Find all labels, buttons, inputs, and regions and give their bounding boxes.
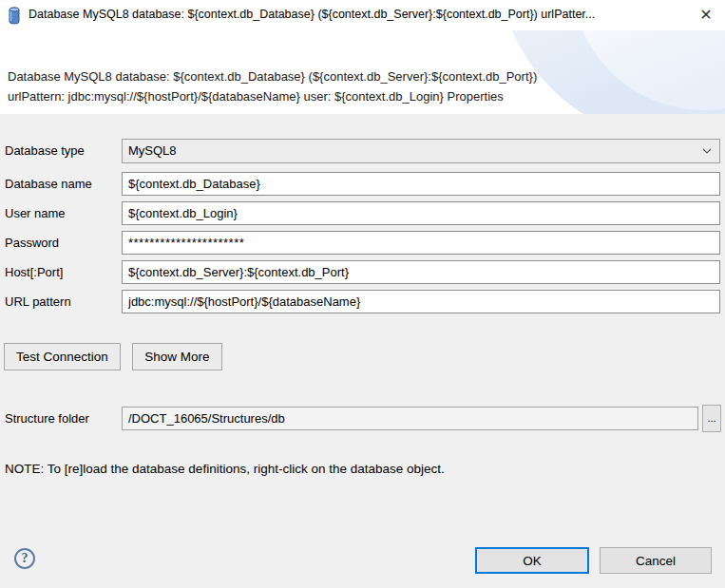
host-port-input[interactable]	[122, 260, 720, 284]
user-name-input[interactable]	[122, 201, 720, 225]
help-icon[interactable]: ?	[14, 548, 35, 569]
database-name-input[interactable]	[122, 172, 720, 196]
structure-folder-input[interactable]	[122, 407, 698, 430]
ok-button[interactable]: OK	[475, 547, 589, 574]
header-banner: Database MySQL8 database: ${context.db_D…	[0, 30, 725, 114]
password-input[interactable]	[122, 231, 720, 255]
title-bar: Database MySQL8 database: ${context.db_D…	[0, 0, 725, 30]
database-name-label: Database name	[5, 177, 92, 191]
row-database-type: Database type MySQL8	[0, 139, 725, 163]
row-structure-folder: Structure folder ...	[0, 407, 725, 431]
chevron-down-icon	[702, 146, 712, 156]
database-icon	[8, 7, 21, 28]
row-url-pattern: URL pattern	[0, 290, 725, 314]
show-more-button[interactable]: Show More	[132, 343, 221, 370]
row-user-name: User name	[0, 201, 725, 226]
close-icon[interactable]: ✕	[695, 4, 717, 27]
window-title: Database MySQL8 database: ${context.db_D…	[29, 8, 684, 21]
row-database-name: Database name	[0, 172, 725, 197]
user-name-label: User name	[5, 206, 66, 220]
password-label: Password	[5, 236, 59, 250]
cancel-button[interactable]: Cancel	[600, 547, 712, 574]
database-properties-dialog: Database MySQL8 database: ${context.db_D…	[0, 0, 725, 588]
database-type-value: MySQL8	[128, 143, 177, 158]
row-password: Password	[0, 231, 725, 256]
note-text: NOTE: To [re]load the database definitio…	[5, 462, 445, 476]
database-type-label: Database type	[5, 143, 85, 158]
host-port-label: Host[:Port]	[5, 265, 63, 279]
url-pattern-label: URL pattern	[5, 294, 71, 309]
row-host-port: Host[:Port]	[0, 260, 725, 285]
form-actions: Test Connection Show More	[4, 343, 230, 370]
dialog-description: Database MySQL8 database: ${context.db_D…	[8, 66, 625, 106]
structure-folder-label: Structure folder	[5, 411, 89, 426]
database-type-combo[interactable]: MySQL8	[122, 139, 720, 163]
description-line-2: urlPattern: jdbc:mysql://${hostPort}/${d…	[8, 86, 625, 106]
url-pattern-input[interactable]	[122, 290, 720, 313]
browse-folder-button[interactable]: ...	[702, 405, 721, 432]
description-line-1: Database MySQL8 database: ${context.db_D…	[8, 66, 625, 86]
test-connection-button[interactable]: Test Connection	[4, 343, 121, 370]
